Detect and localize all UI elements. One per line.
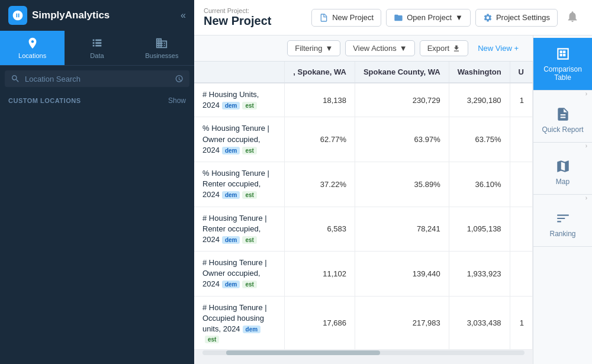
cell-spokane_county: 230,729 xyxy=(355,83,449,117)
sidebar: SimplyAnalytics « Locations Data Busines… xyxy=(0,0,194,364)
table-row: # Housing Tenure | Owner occupied, 2024d… xyxy=(194,252,533,297)
row-label-cell: # Housing Tenure | Owner occupied, 2024d… xyxy=(194,252,285,297)
panel-chevron-2: › xyxy=(585,143,592,150)
table-row: # Housing Units, 2024demest18,138230,729… xyxy=(194,83,533,117)
view-actions-button[interactable]: View Actions ▼ xyxy=(345,40,414,56)
table-toolbar: Filtering ▼ View Actions ▼ Export New Vi… xyxy=(194,36,533,62)
view-actions-label: View Actions xyxy=(353,44,396,53)
cell-spokane_wa: 6,583 xyxy=(285,207,355,252)
scrollbar-thumb[interactable] xyxy=(226,350,380,355)
filtering-button[interactable]: Filtering ▼ xyxy=(287,40,340,56)
topbar: Current Project: New Project New Project… xyxy=(194,0,592,36)
cell-extra: 1 xyxy=(510,83,532,117)
table-scroll[interactable]: , Spokane, WA Spokane County, WA Washing… xyxy=(194,62,533,364)
cell-washington: 1,095,138 xyxy=(449,207,510,252)
search-icon xyxy=(11,74,20,83)
row-label-cell: # Housing Tenure | Occupied housing unit… xyxy=(194,296,285,350)
panel-chevron-3: › xyxy=(585,195,592,202)
project-name: New Project xyxy=(204,14,271,28)
search-input[interactable] xyxy=(25,75,169,83)
sidebar-item-businesses[interactable]: Businesses xyxy=(130,31,194,65)
table-row: % Housing Tenure | Renter occupied, 2024… xyxy=(194,162,533,207)
cell-extra xyxy=(510,162,532,207)
comparison-table-label: Comparison Table xyxy=(538,65,587,82)
row-label-cell: # Housing Tenure | Renter occupied, 2024… xyxy=(194,207,285,252)
sidebar-item-data[interactable]: Data xyxy=(65,31,129,65)
project-settings-button[interactable]: Project Settings xyxy=(475,9,558,27)
badge-est: est xyxy=(242,281,256,288)
topbar-actions: New Project Open Project ▼ Project Setti… xyxy=(311,7,583,28)
map-label: Map xyxy=(556,178,570,186)
row-label-cell: % Housing Tenure | Owner occupied, 2024d… xyxy=(194,117,285,162)
cell-spokane_county: 78,241 xyxy=(355,207,449,252)
logo-text: SimplyAnalytics xyxy=(32,9,110,21)
open-project-button[interactable]: Open Project ▼ xyxy=(386,9,471,27)
panel-item-ranking[interactable]: Ranking xyxy=(533,202,592,247)
col-header-extra: U xyxy=(510,62,532,83)
logo-area: SimplyAnalytics xyxy=(8,6,110,25)
sidebar-nav: Locations Data Businesses xyxy=(0,31,194,66)
quick-report-label: Quick Report xyxy=(542,125,583,134)
collapse-button[interactable]: « xyxy=(181,10,186,21)
cell-spokane_wa: 62.77% xyxy=(285,117,355,162)
filtering-chevron: ▼ xyxy=(325,44,333,53)
right-panel: Comparison Table › Quick Report › Map › … xyxy=(533,36,592,364)
custom-locations-label: CUSTOM LOCATIONS xyxy=(8,97,81,104)
col-header-washington: Washington xyxy=(449,62,510,83)
scrollbar-track xyxy=(202,350,525,355)
new-project-button[interactable]: New Project xyxy=(311,9,381,27)
cell-extra xyxy=(510,252,532,297)
open-project-label: Open Project xyxy=(407,13,452,22)
notification-button[interactable] xyxy=(562,7,583,28)
folder-icon xyxy=(394,13,403,22)
cell-extra xyxy=(510,207,532,252)
project-info: Current Project: New Project xyxy=(204,7,271,28)
cell-washington: 1,933,923 xyxy=(449,252,510,297)
cell-washington: 3,290,180 xyxy=(449,83,510,117)
history-icon[interactable] xyxy=(174,74,184,83)
badge-dem: dem xyxy=(222,191,240,199)
badge-est: est xyxy=(242,191,256,199)
ranking-icon xyxy=(555,211,571,226)
bell-icon xyxy=(566,10,579,23)
nav-locations-label: Locations xyxy=(18,52,46,59)
nav-data-label: Data xyxy=(90,52,104,59)
cell-spokane_county: 217,983 xyxy=(355,296,449,350)
badge-dem: dem xyxy=(243,326,261,333)
table-area: Filtering ▼ View Actions ▼ Export New Vi… xyxy=(194,36,533,364)
panel-item-quick-report[interactable]: Quick Report xyxy=(533,98,592,143)
panel-item-comparison-table[interactable]: Comparison Table xyxy=(533,38,592,91)
sidebar-item-locations[interactable]: Locations xyxy=(0,31,65,65)
row-label-cell: # Housing Units, 2024demest xyxy=(194,83,285,117)
cell-extra: 1 xyxy=(510,296,532,350)
panel-item-map[interactable]: Map xyxy=(533,150,592,195)
location-search-bar xyxy=(5,70,189,87)
view-actions-chevron: ▼ xyxy=(400,44,407,53)
export-button[interactable]: Export xyxy=(420,40,469,56)
quick-report-icon xyxy=(555,107,571,122)
cell-washington: 3,033,438 xyxy=(449,296,510,350)
new-view-label: New View + xyxy=(478,44,519,53)
show-button[interactable]: Show xyxy=(168,96,186,105)
custom-locations-header: CUSTOM LOCATIONS Show xyxy=(0,92,194,109)
open-project-chevron: ▼ xyxy=(455,13,463,22)
sidebar-header: SimplyAnalytics « xyxy=(0,0,194,31)
table-row: % Housing Tenure | Owner occupied, 2024d… xyxy=(194,117,533,162)
cell-spokane_wa: 37.22% xyxy=(285,162,355,207)
table-row: # Housing Tenure | Renter occupied, 2024… xyxy=(194,207,533,252)
badge-est: est xyxy=(242,147,256,154)
data-table: , Spokane, WA Spokane County, WA Washing… xyxy=(194,62,533,350)
logo-icon xyxy=(8,6,27,25)
new-view-button[interactable]: New View + xyxy=(473,41,523,56)
badge-est: est xyxy=(242,102,256,109)
badge-dem: dem xyxy=(222,147,240,154)
comparison-table-icon xyxy=(555,46,571,62)
badge-est: est xyxy=(205,336,219,343)
nav-businesses-label: Businesses xyxy=(145,52,178,59)
badge-dem: dem xyxy=(222,236,240,244)
project-settings-label: Project Settings xyxy=(496,13,550,22)
current-project-label: Current Project: xyxy=(204,7,271,14)
settings-icon xyxy=(483,13,493,22)
panel-chevron-1: › xyxy=(585,91,592,98)
cell-spokane_wa: 17,686 xyxy=(285,296,355,350)
